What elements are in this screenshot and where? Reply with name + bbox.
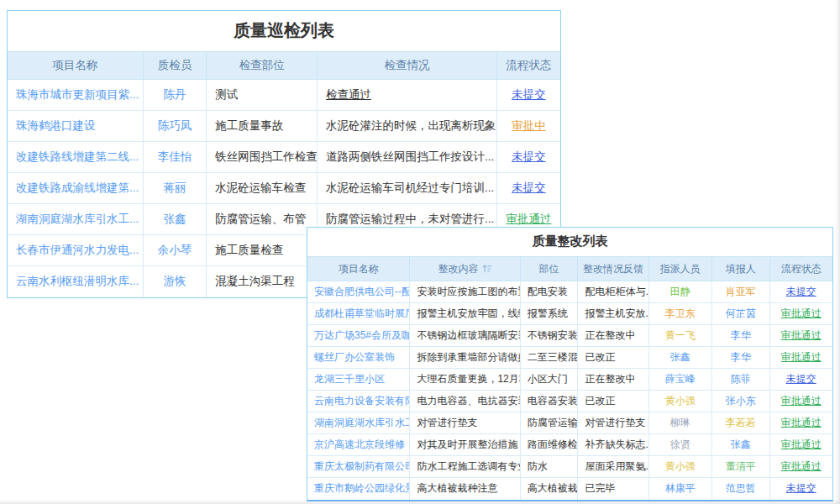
project-name-link[interactable]: 改建铁路线增建第二线... [8,142,143,173]
rectify-content-cell: 安装时应按施工图的布置，将... [410,281,520,303]
rectify-content-cell: 报警主机安放牢固，线缆连接... [410,303,520,325]
col-header-project: 项目名称 [8,52,143,80]
status-badge[interactable]: 未提交 [769,369,832,391]
assignee-name-link[interactable]: 黄小强 [648,456,711,478]
rectify-feedback-cell: 正在整改中 [578,325,648,347]
rectify-part-cell: 不锈钢安装... [520,325,578,347]
status-badge[interactable]: 未提交 [496,80,560,111]
project-name-link[interactable]: 珠海鹤港口建设 [8,111,143,142]
col-header-inspector: 质检员 [143,52,207,80]
reporter-name-link[interactable]: 李华 [711,347,769,369]
status-badge[interactable]: 未提交 [496,142,560,173]
reporter-name-link[interactable]: 陈菲 [711,369,769,391]
table-row: 改建铁路线增建第二线... 李佳怡 铁丝网围挡工作检查 道路两侧铁丝网围挡工作按… [8,142,560,173]
rectification-table: 项目名称 整改内容 部位 整改情况反馈 指派人员 填报人 流程状态 安徽合肥供电… [307,256,832,500]
rectify-feedback-cell: 已完毕 [578,478,648,500]
col-header-content[interactable]: 整改内容 [410,257,520,281]
reporter-name-link[interactable]: 何芷茵 [711,303,769,325]
status-badge[interactable]: 审批中 [496,111,560,142]
rectify-part-cell: 小区大门 [520,369,578,391]
inspector-name-link[interactable]: 游恢 [143,266,207,297]
col-header-situation: 检查情况 [317,52,496,80]
inspection-situation-cell: 水泥砼运输车司机经过专门培训... [317,173,496,204]
inspection-situation-cell: 道路两侧铁丝网围挡工作按设计... [317,142,496,173]
rectify-content-cell: 防水工程施工选调有专业资质... [410,456,520,478]
rectify-content-cell: 拆除到承重墙部分请做好加固... [410,347,520,369]
rectify-part-cell: 防腐管运输... [520,412,578,434]
assignee-name-link[interactable]: 李卫东 [648,303,711,325]
inspector-name-link[interactable]: 陈丹 [143,80,207,111]
project-name-link[interactable]: 云南水利枢纽潜明水库... [8,266,143,297]
inspector-name-link[interactable]: 陈巧凤 [143,111,207,142]
status-badge[interactable]: 审批通过 [769,434,832,456]
inspector-name-link[interactable]: 蒋丽 [143,173,207,204]
assignee-name-link[interactable]: 田静 [648,281,711,303]
inspection-part-cell: 施工质量检查 [207,235,318,266]
project-name-link[interactable]: 重庆太极制药有限公司亳州中... [307,456,410,478]
page: { "status_colors": { "未提交": "#3e63e0", "… [0,0,840,504]
status-badge[interactable]: 审批通过 [769,456,832,478]
inspector-name-link[interactable]: 李佳怡 [143,142,207,173]
assignee-name-link[interactable]: 薛宝峰 [648,369,711,391]
project-name-link[interactable]: 湖南洞庭湖水库引水工程施工标 [307,412,410,434]
inspection-part-cell: 施工质量事故 [207,111,318,142]
rectification-header-row: 项目名称 整改内容 部位 整改情况反馈 指派人员 填报人 流程状态 [307,257,832,281]
project-name-link[interactable]: 龙湖三千里小区 [307,369,410,391]
project-name-link[interactable]: 螺丝厂办公室装饰 [307,347,410,369]
project-name-link[interactable]: 京沪高速北京段维修 [307,434,410,456]
status-badge[interactable]: 审批通过 [769,325,832,347]
rectify-content-cell: 高大植被栽种注意 [410,478,520,500]
status-badge[interactable]: 审批通过 [769,391,832,412]
table-row: 云南电力设备安装有限公司20... 电力电容器、电抗器安装方案... 电容器安装… [307,391,832,412]
reporter-name-link[interactable]: 张鑫 [711,434,769,456]
status-badge[interactable]: 未提交 [496,173,560,204]
project-name-link[interactable]: 重庆市鹅岭公园绿化景观提升... [307,478,410,500]
inspector-name-link[interactable]: 余小琴 [143,235,207,266]
assignee-name-link[interactable]: 柳琳 [648,412,711,434]
assignee-name-link[interactable]: 黄小强 [648,391,711,412]
reporter-name-link[interactable]: 李若若 [711,412,769,434]
col-header-reporter: 填报人 [711,257,769,281]
table-row: 龙湖三千里小区 大理石质量更换，12月31日之... 小区大门 正在整改中 薛宝… [307,369,832,391]
reporter-name-link[interactable]: 范思哲 [711,478,769,500]
reporter-name-link[interactable]: 肖亚军 [711,281,769,303]
status-badge[interactable]: 审批通过 [769,347,832,369]
table-row: 螺丝厂办公室装饰 拆除到承重墙部分请做好加固... 二至三楼混... 已改正 张… [307,347,832,369]
inspection-part-cell: 混凝土沟渠工程 [207,266,318,297]
rectify-feedback-cell: 屋面采用聚氨... [578,456,648,478]
rectify-feedback-cell: 报警主机安放... [578,303,648,325]
project-name-link[interactable]: 万达广场35#会所及咖啡厅空... [307,325,410,347]
project-name-link[interactable]: 长春市伊通河水力发电... [8,235,143,266]
rectify-part-cell: 防水 [520,456,578,478]
status-badge[interactable]: 未提交 [769,478,832,500]
reporter-name-link[interactable]: 董清平 [711,456,769,478]
project-name-link[interactable]: 云南电力设备安装有限公司20... [307,391,410,412]
project-name-link[interactable]: 湖南洞庭湖水库引水工... [8,204,143,235]
table-row: 珠海鹤港口建设 陈巧凤 施工质量事故 水泥砼灌注的时候，出现离析现象 审批中 [8,111,560,142]
rectify-feedback-cell: 已改正 [578,391,648,412]
sort-ascending-icon[interactable] [482,264,492,276]
reporter-name-link[interactable]: 李华 [711,325,769,347]
rectify-content-cell: 电力电容器、电抗器安装方案... [410,391,520,412]
project-name-link[interactable]: 珠海市城市更新项目紫... [8,80,143,111]
assignee-name-link[interactable]: 林康平 [648,478,711,500]
project-name-link[interactable]: 安徽合肥供电公司--配电设备... [307,281,410,303]
assignee-name-link[interactable]: 张鑫 [648,347,711,369]
col-header-content-label: 整改内容 [438,263,479,275]
status-badge[interactable]: 未提交 [769,281,832,303]
col-header-status: 流程状态 [496,52,560,80]
inspection-part-cell: 水泥砼运输车检查 [207,173,318,204]
inspector-name-link[interactable]: 张鑫 [143,204,207,235]
reporter-name-link[interactable]: 张小东 [711,391,769,412]
table-row: 成都杜甫草堂临时展厅独立展... 报警主机安放牢固，线缆连接... 报警系统 报… [307,303,832,325]
project-name-link[interactable]: 改建铁路成渝线增建第... [8,173,143,204]
status-badge[interactable]: 审批通过 [769,412,832,434]
assignee-name-link[interactable]: 黄一飞 [648,325,711,347]
inspection-situation-cell: 水泥砼灌注的时候，出现离析现象 [317,111,496,142]
table-row: 重庆太极制药有限公司亳州中... 防水工程施工选调有专业资质... 防水 屋面采… [307,456,832,478]
table-row: 珠海市城市更新项目紫... 陈丹 测试 检查通过 未提交 [8,80,560,111]
project-name-link[interactable]: 成都杜甫草堂临时展厅独立展... [307,303,410,325]
status-badge[interactable]: 审批通过 [769,303,832,325]
assignee-name-link[interactable]: 徐贤 [648,434,711,456]
table-row: 京沪高速北京段维修 对其及时开展整治措施，桥头... 路面维修检... 补齐缺失… [307,434,832,456]
